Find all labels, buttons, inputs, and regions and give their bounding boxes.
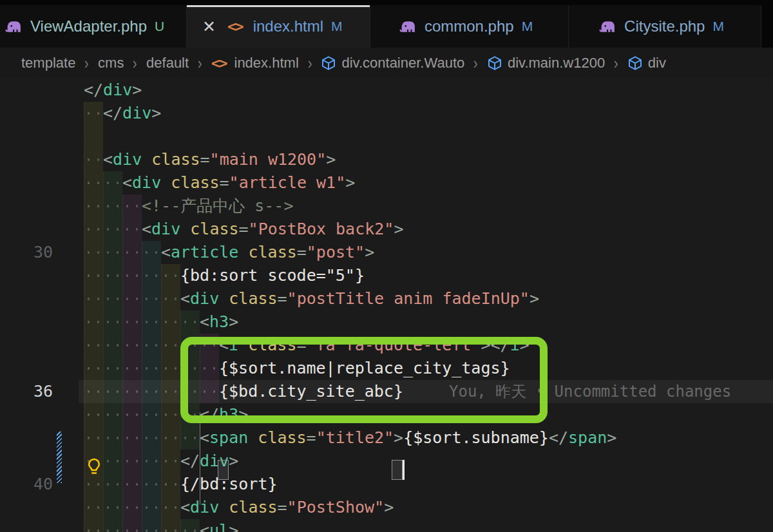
whitespace-dots: [84, 218, 142, 241]
whitespace-dots: [84, 241, 161, 264]
symbol-element-icon: [627, 55, 643, 71]
code-line[interactable]: <i class="fa fa-quote-left"></i>: [79, 334, 773, 357]
breadcrumb-item-index-html[interactable]: <> index.html: [211, 55, 299, 71]
close-icon[interactable]: ✕: [202, 17, 216, 36]
chevron-right-icon: ›: [133, 55, 137, 71]
tab-label: Citysite.php: [624, 17, 705, 35]
code-text: </div>: [84, 79, 142, 102]
code-line[interactable]: {bd:sort scode="5"}: [79, 264, 773, 287]
code-line[interactable]: <article class="post">: [79, 241, 773, 264]
whitespace-dots: [84, 473, 180, 496]
code-text: <div class="PostShow">: [180, 496, 394, 519]
code-text: <div class="postTitle anim fadeInUp">: [180, 287, 539, 310]
symbol-element-icon: [487, 55, 502, 71]
breadcrumb-item-div-main[interactable]: div.main.w1200: [487, 55, 605, 71]
whitespace-dots: [84, 195, 142, 218]
whitespace-dots: [84, 148, 103, 171]
code-line[interactable]: <div class="article w1">: [79, 171, 773, 195]
code-line[interactable]: </div>: [79, 79, 773, 102]
code-text: {/bd:sort}: [180, 473, 278, 496]
code-text: <i class="fa fa-quote-left"></i>: [219, 334, 530, 357]
git-status-badge: M: [331, 19, 343, 34]
tab-common-php[interactable]: common.php M: [370, 5, 569, 48]
code-action-lightbulb-icon[interactable]: [84, 457, 104, 476]
breadcrumb-item-cms[interactable]: cms: [98, 55, 124, 71]
code-text: {bd:sort scode="5"}: [180, 264, 365, 287]
chevron-right-icon: ›: [198, 55, 202, 71]
tab-index-html[interactable]: ✕ <> index.html M: [187, 5, 370, 48]
code-text: </div>: [103, 102, 161, 125]
bracket-match-highlight: [392, 460, 403, 480]
code-text: <article class="post">: [161, 241, 374, 264]
active-indent-guide: [200, 412, 200, 505]
code-line[interactable]: {$sort.name|replace_city_tags}: [79, 357, 773, 380]
html-file-icon: <>: [227, 18, 243, 35]
code-line[interactable]: <div class="PostShow">: [79, 496, 773, 519]
code-text: {$bd.city_site_abc}: [219, 380, 403, 403]
code-line[interactable]: [79, 125, 773, 148]
vscode-window: ViewAdapter.php U ✕ <> index.html M comm…: [0, 0, 773, 532]
breadcrumb-item-div-container[interactable]: div.container.Wauto: [321, 55, 464, 71]
code-line[interactable]: </div>: [79, 102, 773, 125]
whitespace-dots: [84, 334, 219, 357]
code-text: {$sort.name|replace_city_tags}: [219, 357, 510, 380]
code-line[interactable]: </div>: [79, 450, 773, 473]
code-text: <span class="title2">{$sort.subname}</sp…: [200, 426, 616, 450]
indent-guide: [84, 125, 84, 148]
line-number[interactable]: 36: [0, 380, 53, 403]
whitespace-dots: [84, 380, 219, 403]
chevron-right-icon: ›: [614, 55, 618, 71]
whitespace-dots: [84, 310, 200, 334]
code-editor[interactable]: 303640 </div></div><div class="main w120…: [0, 79, 773, 532]
php-elephant-icon: [399, 18, 417, 35]
symbol-element-icon: [321, 55, 336, 71]
tab-viewadapter-php[interactable]: ViewAdapter.php U: [0, 5, 187, 48]
php-elephant-icon: [599, 18, 616, 35]
whitespace-dots: [84, 264, 180, 287]
breadcrumb: template › cms › default › <> index.html…: [0, 48, 773, 79]
code-line[interactable]: <div class="main w1200">: [79, 148, 773, 171]
text-cursor: [403, 460, 405, 480]
code-text: <div class="main w1200">: [103, 148, 336, 171]
code-text: <div class="article w1">: [122, 171, 355, 195]
tab-label: common.php: [425, 17, 514, 35]
bracket-match-highlight: [218, 460, 229, 480]
code-line[interactable]: </h3>: [79, 403, 773, 426]
git-modified-gutter-indicator: [57, 432, 62, 483]
code-text: <div class="PostBox back2">: [142, 218, 403, 241]
whitespace-dots: [84, 426, 200, 450]
whitespace-dots: [84, 519, 200, 532]
code-line[interactable]: <div class="postTitle anim fadeInUp">: [79, 287, 773, 310]
code-line[interactable]: {/bd:sort}: [79, 473, 773, 496]
code-line[interactable]: <!--产品中心 s-->: [79, 195, 773, 218]
editor-tab-bar: ViewAdapter.php U ✕ <> index.html M comm…: [0, 0, 773, 48]
indent-rainbow-block: [84, 125, 103, 148]
whitespace-dots: [84, 287, 180, 310]
breadcrumb-item-template[interactable]: template: [21, 55, 75, 71]
code-text: </div>: [180, 450, 238, 473]
whitespace-dots: [84, 357, 219, 380]
breadcrumb-item-default[interactable]: default: [146, 55, 189, 71]
php-elephant-icon: [5, 18, 23, 35]
line-number[interactable]: 40: [0, 473, 53, 496]
code-line[interactable]: <ul>: [79, 519, 773, 532]
breadcrumb-item-div[interactable]: div: [627, 55, 666, 71]
git-status-badge: M: [522, 19, 533, 34]
code-line[interactable]: {$bd.city_site_abc}You, 昨天 • Uncommitted…: [79, 380, 773, 403]
html-file-icon: <>: [211, 55, 227, 71]
tab-label: ViewAdapter.php: [30, 17, 147, 35]
line-number[interactable]: 30: [0, 241, 53, 264]
git-status-badge: U: [155, 19, 164, 34]
chevron-right-icon: ›: [473, 55, 478, 71]
tab-citysite-php[interactable]: Citysite.php M: [569, 5, 761, 48]
git-status-badge: M: [712, 19, 724, 34]
code-line[interactable]: <div class="PostBox back2">: [79, 218, 773, 241]
whitespace-dots: [84, 403, 200, 426]
code-line[interactable]: <span class="title2">{$sort.subname}</sp…: [79, 426, 773, 450]
code-text: <ul>: [200, 519, 238, 532]
chevron-right-icon: ›: [84, 55, 89, 71]
whitespace-dots: [84, 102, 103, 125]
code-line[interactable]: <h3>: [79, 310, 773, 334]
tab-label: index.html: [253, 17, 323, 35]
git-blame-annotation: You, 昨天 • Uncommitted changes: [449, 380, 731, 403]
